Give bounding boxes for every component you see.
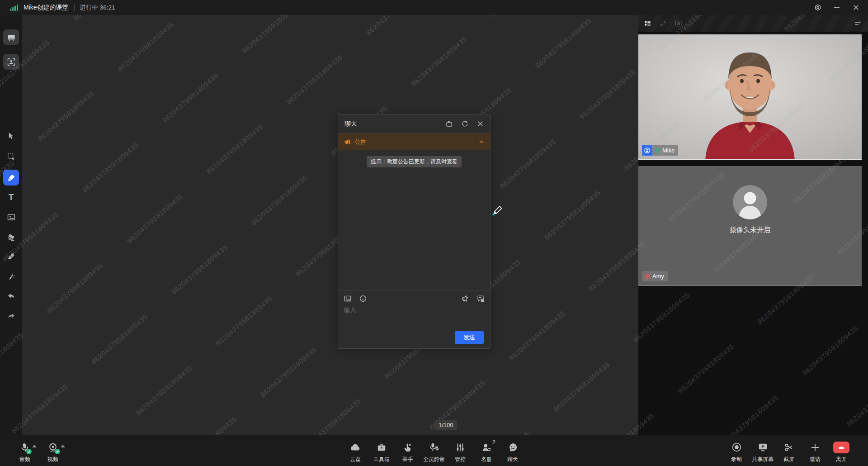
participant-name-amy: Amy [652,273,664,280]
send-image-icon[interactable] [344,295,352,303]
compose-announcement-icon[interactable] [461,295,469,303]
bottom-toolbar: 音频 视频 [0,435,868,466]
send-button[interactable]: 发送 [455,331,484,344]
title-divider [74,5,75,11]
avatar-placeholder-icon [732,184,768,220]
mic-on-icon [655,147,660,154]
video-tile-amy[interactable]: 摄像头未开启 Amy [638,166,862,285]
scissors-icon [784,442,794,453]
page-indicator[interactable]: 1/100 [435,420,457,430]
video-button[interactable]: 视频 [40,438,66,463]
chat-button[interactable]: 聊天 [500,438,526,463]
eraser-tool[interactable] [3,229,19,245]
mic-muted-icon [644,273,651,280]
cloud-drive-button[interactable]: 云盘 [342,438,368,463]
classroom-title: Mike创建的课堂 [24,4,69,12]
microphone-icon [20,442,29,453]
amy-name-row: Amy [642,271,668,281]
toolbox-button[interactable]: 工具箱 [368,438,395,463]
refresh-icon[interactable] [461,120,469,128]
host-badge-icon [642,145,652,156]
record-button[interactable]: 录制 [723,438,750,463]
roster-count-badge: 2 [492,439,495,446]
roster-button[interactable]: 2 名册 [473,438,500,463]
title-bar: Mike创建的课堂 进行中 36:21 [0,0,868,15]
chat-close-icon[interactable] [477,120,484,127]
share-screen-icon [758,442,768,453]
control-button[interactable]: 管控 [447,438,473,463]
chevron-up-icon[interactable] [478,139,485,145]
chat-panel: 聊天 [338,114,491,349]
laser-wand-tool[interactable] [3,268,19,284]
invite-button[interactable]: 邀请 [802,438,828,463]
mute-all-button[interactable]: 全员静音 [421,438,447,463]
pen-tool[interactable] [3,170,19,185]
pointer-tool[interactable] [3,128,19,144]
clear-brush-tool[interactable] [3,248,19,264]
layout-grid-icon[interactable] [644,19,651,27]
image-tool[interactable] [3,209,19,225]
video-tile-mike[interactable]: Mike [638,34,862,160]
collapse-panel-icon[interactable] [854,19,862,27]
chat-bubble-icon [508,442,518,453]
select-tool[interactable] [3,149,19,165]
video-ok-badge [55,449,60,454]
video-strip [638,15,868,32]
audio-options-caret[interactable] [32,445,37,447]
audio-button[interactable]: 音频 [12,438,38,463]
mike-name-row: Mike [642,145,678,156]
record-icon [731,442,742,453]
pin-icon[interactable] [445,120,453,128]
loop-playback-icon[interactable] [659,19,667,27]
camera-focus-button[interactable] [3,54,19,70]
mute-chat-icon[interactable] [476,295,485,303]
sliders-icon [455,442,465,453]
camera-off-text: 摄像头未开启 [730,226,770,234]
session-status: 进行中 36:21 [80,4,115,12]
chat-input[interactable] [344,306,485,327]
camera-icon [48,442,58,453]
announcement-label: 公告 [354,138,366,146]
raise-hand-icon [403,442,413,453]
undo-tool[interactable] [3,288,19,304]
redo-tool[interactable] [3,308,19,324]
toolbox-icon [377,442,387,453]
whiteboard-canvas[interactable] [22,15,638,435]
participant-name-mike: Mike [662,147,675,154]
classroom-app: Mike创建的课堂 进行中 36:21 [0,0,868,466]
announcement-bar[interactable]: 公告 [338,133,490,150]
text-tool-glyph: T [9,192,14,202]
pencil-cursor-icon [491,204,504,217]
minimize-button[interactable] [829,2,844,14]
close-button[interactable] [848,2,863,14]
video-panel: Mike 摄像头未开启 [638,15,868,435]
share-screen-button[interactable]: 共享屏幕 [750,438,776,463]
whiteboard-button[interactable] [3,29,19,45]
emoji-icon[interactable] [359,295,367,303]
audio-ok-badge [26,449,32,454]
network-signal-icon [10,5,18,11]
chat-header: 聊天 [338,114,490,133]
timer-icon[interactable] [675,19,682,27]
settings-gear-icon[interactable] [810,2,826,14]
roster-person-icon: 2 [481,442,491,453]
cloud-icon [350,442,361,453]
screenshot-button[interactable]: 截屏 [776,438,802,463]
chat-title: 聊天 [344,120,357,128]
hangup-phone-icon [833,442,849,453]
whiteboard-sidebar: T [0,15,22,435]
leave-button[interactable]: 离开 [828,438,854,463]
chat-input-area: 发送 [338,290,490,348]
mute-all-icon [429,442,439,453]
raise-hand-button[interactable]: 举手 [395,438,421,463]
mike-video-feed [638,34,862,160]
plus-icon [810,442,820,453]
chat-message-list: 提示：教室公告已更新，请及时查看 [338,150,490,290]
announcement-updated-notice: 提示：教室公告已更新，请及时查看 [367,156,462,167]
megaphone-icon [344,138,351,146]
text-tool[interactable]: T [3,189,19,205]
video-options-caret[interactable] [61,445,65,447]
